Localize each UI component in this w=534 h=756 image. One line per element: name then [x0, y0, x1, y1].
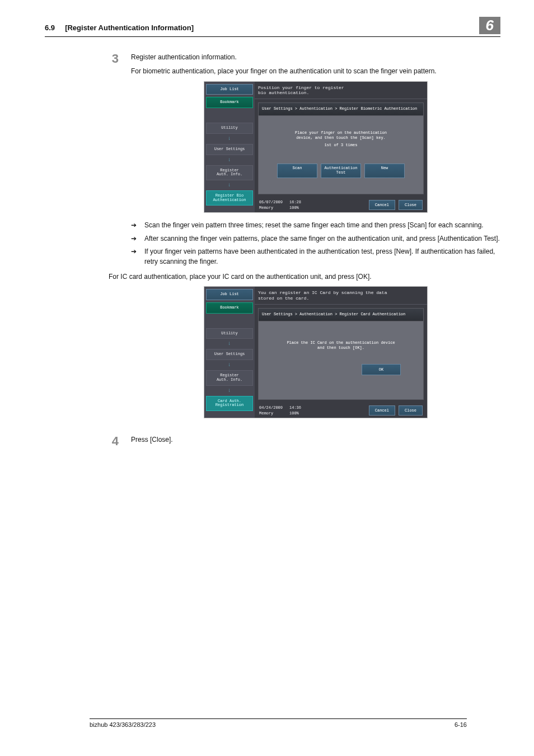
- bio-actions: Scan Authentication Test New: [277, 164, 405, 178]
- ic-instruction: Place the IC Card on the authentication …: [287, 340, 395, 351]
- arrow-icon: ➔: [131, 221, 139, 230]
- footer-left: bizhub 423/363/283/223: [90, 721, 156, 728]
- chevron-down-icon: ↓: [206, 341, 253, 347]
- ic-footer: 04/24/2009 Memory 14:36 100% Cancel Clos…: [255, 403, 427, 418]
- ic-date: 04/24/2009: [259, 405, 283, 410]
- close-button[interactable]: Close: [399, 200, 423, 210]
- step-number: 4: [109, 435, 119, 449]
- close-button[interactable]: Close: [399, 405, 423, 416]
- bio-instruction: Place your finger on the authentication …: [295, 130, 387, 141]
- bio-time: 16:28: [289, 199, 301, 205]
- ic-screenshot: Job List Bookmark Utility ↓ User Setting…: [204, 286, 428, 418]
- step-3: 3 Register authentication information. F…: [109, 53, 500, 426]
- chevron-down-icon: ↓: [206, 136, 253, 142]
- section-title: [Register Authentication Information]: [65, 24, 194, 32]
- bio-mem-pct: 100%: [289, 205, 301, 211]
- bullet-text: After scanning the finger vein patterns,…: [144, 234, 500, 244]
- ok-button[interactable]: OK: [362, 364, 401, 375]
- section-number: 6.9: [45, 24, 55, 32]
- step-3-bullets: ➔Scan the finger vein pattern three time…: [131, 221, 500, 267]
- bio-sidebar: Job List Bookmark Utility ↓ User Setting…: [204, 82, 255, 213]
- ic-sidebar: Job List Bookmark Utility ↓ User Setting…: [204, 287, 255, 418]
- page-footer: bizhub 423/363/283/223 6-16: [90, 718, 467, 728]
- auth-test-button[interactable]: Authentication Test: [321, 164, 361, 178]
- bookmark-button[interactable]: Bookmark: [206, 302, 253, 314]
- cancel-button[interactable]: Cancel: [369, 200, 395, 210]
- chevron-down-icon: ↓: [206, 362, 253, 368]
- step-3-intro: For biometric authentication, place your…: [131, 67, 500, 76]
- register-bio-button[interactable]: Register Bio Authentication: [206, 190, 253, 206]
- cancel-button[interactable]: Cancel: [369, 405, 395, 416]
- utility-button[interactable]: Utility: [206, 123, 253, 134]
- card-reg-button[interactable]: Card Auth. Registration: [206, 396, 253, 411]
- step-number: 3: [109, 53, 119, 426]
- biometric-screenshot: Job List Bookmark Utility ↓ User Setting…: [204, 81, 428, 213]
- chevron-down-icon: ↓: [206, 183, 253, 188]
- register-auth-button[interactable]: Register Auth. Info.: [206, 370, 253, 385]
- bio-breadcrumb: User Settings > Authentication > Registe…: [258, 102, 424, 116]
- utility-button[interactable]: Utility: [206, 328, 253, 339]
- ic-time: 14:36: [289, 405, 301, 410]
- list-item: ➔Scan the finger vein pattern three time…: [131, 221, 500, 230]
- bullet-text: If your finger vein patterns have been a…: [144, 247, 500, 267]
- step-3-title: Register authentication information.: [131, 53, 500, 62]
- ic-body: Place the IC Card on the authentication …: [258, 321, 424, 400]
- user-settings-button[interactable]: User Settings: [206, 144, 253, 155]
- arrow-icon: ➔: [131, 247, 139, 267]
- bookmark-button[interactable]: Bookmark: [206, 97, 253, 108]
- scan-button[interactable]: Scan: [277, 164, 317, 178]
- chevron-down-icon: ↓: [206, 157, 253, 163]
- ic-mem-pct: 100%: [289, 410, 301, 416]
- bio-counter: 1st of 3 times: [325, 143, 358, 148]
- chapter-badge: 6: [479, 17, 500, 34]
- step-4-text: Press [Close].: [131, 435, 500, 445]
- list-item: ➔After scanning the finger vein patterns…: [131, 234, 500, 244]
- bullet-text: Scan the finger vein pattern three times…: [144, 221, 484, 230]
- chevron-down-icon: ↓: [206, 388, 253, 394]
- bio-body: Place your finger on the authentication …: [258, 116, 424, 194]
- arrow-icon: ➔: [131, 234, 139, 244]
- new-button[interactable]: New: [364, 164, 405, 178]
- user-settings-button[interactable]: User Settings: [206, 349, 253, 360]
- job-list-button[interactable]: Job List: [206, 289, 253, 300]
- list-item: ➔If your finger vein patterns have been …: [131, 247, 500, 267]
- step-4: 4 Press [Close].: [109, 435, 500, 449]
- page-header: 6.9 [Register Authentication Information…: [45, 17, 500, 37]
- register-auth-button[interactable]: Register Auth. Info.: [206, 165, 253, 180]
- footer-right: 6-16: [455, 721, 467, 728]
- bio-date: 05/07/2009: [259, 199, 283, 205]
- job-list-button[interactable]: Job List: [206, 84, 253, 95]
- ic-title: You can register an IC Card by scanning …: [255, 287, 427, 304]
- section-heading: 6.9 [Register Authentication Information…: [45, 24, 194, 32]
- ic-intro: For IC card authentication, place your I…: [109, 272, 500, 282]
- ic-breadcrumb: User Settings > Authentication > Registe…: [258, 308, 424, 321]
- bio-mem-label: Memory: [259, 205, 283, 211]
- bio-title: Position your finger to register bio aut…: [255, 82, 427, 99]
- bio-footer: 05/07/2009 Memory 16:28 100% Cancel Clos…: [255, 198, 427, 212]
- ic-mem-label: Memory: [259, 410, 283, 416]
